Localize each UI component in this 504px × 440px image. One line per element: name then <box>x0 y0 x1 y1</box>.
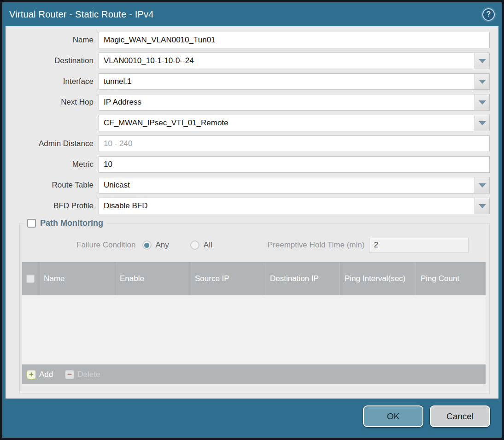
add-plus-icon: + <box>27 370 36 379</box>
next-hop-address-field <box>99 115 490 131</box>
destination-input[interactable] <box>99 53 475 69</box>
chevron-down-icon <box>479 100 486 105</box>
route-table-field <box>99 177 490 194</box>
failure-condition-any-radio[interactable] <box>142 241 152 250</box>
failure-condition-row: Failure Condition Any All Preemptive Hol… <box>22 237 486 253</box>
destination-label: Destination <box>11 56 99 65</box>
metric-label: Metric <box>11 160 99 169</box>
form-row-interface: Interface <box>11 73 490 90</box>
cancel-button[interactable]: Cancel <box>430 405 490 427</box>
next-hop-address-dropdown-trigger[interactable] <box>475 115 489 131</box>
admin-distance-label: Admin Distance <box>11 139 99 148</box>
preemptive-hold-time-input[interactable] <box>369 238 469 253</box>
path-monitoring-checkbox[interactable] <box>27 219 36 228</box>
column-header-destination-ip[interactable]: Destination IP <box>265 262 340 295</box>
table-header-checkbox-cell <box>22 262 39 295</box>
path-monitoring-legend: Path Monitoring <box>24 218 106 228</box>
failure-condition-any-label: Any <box>156 241 169 250</box>
static-route-dialog: Virtual Router - Static Route - IPv4 ? N… <box>0 0 504 440</box>
metric-input[interactable] <box>99 157 489 172</box>
chevron-down-icon <box>479 59 486 63</box>
form-row-destination: Destination <box>11 53 490 69</box>
ok-button[interactable]: OK <box>363 405 423 427</box>
route-table-dropdown-trigger[interactable] <box>475 177 489 193</box>
name-input[interactable] <box>99 32 489 48</box>
chevron-down-icon <box>479 121 486 125</box>
delete-button-label: Delete <box>77 370 100 379</box>
form-row-metric: Metric <box>11 156 490 173</box>
interface-dropdown-trigger[interactable] <box>475 74 489 89</box>
dialog-title: Virtual Router - Static Route - IPv4 <box>9 9 154 20</box>
interface-label: Interface <box>11 77 99 86</box>
table-body-empty <box>22 295 486 364</box>
chevron-down-icon <box>479 80 486 84</box>
help-icon[interactable]: ? <box>482 8 495 21</box>
failure-condition-label: Failure Condition <box>76 241 136 250</box>
radio-dot <box>144 243 149 248</box>
destination-dropdown-trigger[interactable] <box>475 53 489 69</box>
destination-field <box>99 53 490 69</box>
delete-button[interactable]: − Delete <box>65 370 100 379</box>
admin-distance-input[interactable] <box>99 136 489 152</box>
metric-field <box>99 156 490 173</box>
form-row-route-table: Route Table <box>11 177 490 194</box>
interface-field <box>99 73 490 90</box>
column-header-ping-interval[interactable]: Ping Interval(sec) <box>340 262 416 295</box>
dialog-titlebar: Virtual Router - Static Route - IPv4 ? <box>2 2 502 26</box>
route-table-input[interactable] <box>99 177 475 193</box>
bfd-profile-label: BFD Profile <box>11 201 99 211</box>
next-hop-label: Next Hop <box>11 98 99 107</box>
table-header: Name Enable Source IP Destination IP Pin… <box>22 262 486 295</box>
failure-condition-all-label: All <box>204 241 212 250</box>
column-header-ping-count[interactable]: Ping Count <box>416 262 486 295</box>
form-row-admin-distance: Admin Distance <box>11 135 490 152</box>
select-all-checkbox[interactable] <box>26 275 35 283</box>
admin-distance-field <box>99 135 490 152</box>
preemptive-hold-time-label: Preemptive Hold Time (min) <box>268 241 365 250</box>
next-hop-address-input[interactable] <box>99 115 475 131</box>
name-field <box>99 32 490 48</box>
failure-condition-all-radio[interactable] <box>190 241 199 250</box>
interface-input[interactable] <box>99 74 475 89</box>
form-row-next-hop: Next Hop <box>11 94 490 111</box>
delete-minus-icon: − <box>65 370 74 379</box>
bfd-profile-input[interactable] <box>99 198 475 214</box>
table-footer-toolbar: + Add − Delete <box>22 364 486 384</box>
path-monitoring-section: Path Monitoring Failure Condition Any Al… <box>19 218 490 393</box>
column-header-source-ip[interactable]: Source IP <box>190 262 265 295</box>
chevron-down-icon <box>479 204 486 208</box>
next-hop-type-input[interactable] <box>99 94 475 110</box>
chevron-down-icon <box>479 183 486 188</box>
add-button-label: Add <box>39 370 53 379</box>
form-row-next-hop-address <box>11 115 490 131</box>
form-row-name: Name <box>11 32 490 48</box>
name-label: Name <box>11 35 99 45</box>
add-button[interactable]: + Add <box>27 370 53 379</box>
path-monitoring-table: Name Enable Source IP Destination IP Pin… <box>22 262 486 384</box>
dialog-footer: OK Cancel <box>2 399 502 438</box>
form-row-bfd-profile: BFD Profile <box>11 198 490 214</box>
route-table-label: Route Table <box>11 181 99 190</box>
bfd-profile-field <box>99 198 490 214</box>
bfd-profile-dropdown-trigger[interactable] <box>475 198 489 214</box>
dialog-content: Name Destination Interface Next Hop <box>6 26 498 399</box>
column-header-enable[interactable]: Enable <box>115 262 190 295</box>
next-hop-type-dropdown-trigger[interactable] <box>475 94 489 110</box>
next-hop-type-field <box>99 94 490 111</box>
path-monitoring-title: Path Monitoring <box>40 218 103 228</box>
column-header-name[interactable]: Name <box>39 262 115 295</box>
